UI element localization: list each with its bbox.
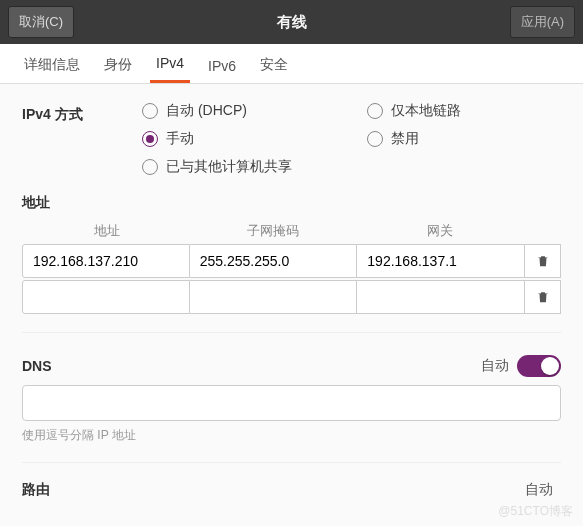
radio-label: 禁用: [391, 130, 419, 148]
watermark: @51CTO博客: [498, 503, 573, 520]
address-row: [22, 244, 561, 278]
col-netmask: 子网掩码: [190, 222, 356, 240]
radio-label: 自动 (DHCP): [166, 102, 247, 120]
radio-link-local[interactable]: 仅本地链路: [367, 102, 562, 120]
address-input[interactable]: [22, 244, 190, 278]
addresses-title: 地址: [22, 194, 561, 212]
delete-row-button[interactable]: [525, 244, 561, 278]
radio-label: 仅本地链路: [391, 102, 461, 120]
titlebar: 取消(C) 有线 应用(A): [0, 0, 583, 44]
gateway-input[interactable]: [357, 280, 525, 314]
gateway-input[interactable]: [357, 244, 525, 278]
dns-auto-label: 自动: [481, 357, 509, 375]
trash-icon: [536, 290, 550, 304]
window-title: 有线: [277, 13, 307, 32]
cancel-button[interactable]: 取消(C): [8, 6, 74, 38]
toggle-knob: [541, 357, 559, 375]
tab-security[interactable]: 安全: [254, 46, 294, 83]
radio-label: 手动: [166, 130, 194, 148]
dns-auto-toggle[interactable]: [517, 355, 561, 377]
dns-header-row: DNS 自动: [22, 355, 561, 377]
radio-icon: [142, 131, 158, 147]
radio-dhcp[interactable]: 自动 (DHCP): [142, 102, 337, 120]
radio-disabled[interactable]: 禁用: [367, 130, 562, 148]
trash-icon: [536, 254, 550, 268]
dns-input[interactable]: [22, 385, 561, 421]
tab-details[interactable]: 详细信息: [18, 46, 86, 83]
radio-label: 已与其他计算机共享: [166, 158, 292, 176]
route-title: 路由: [22, 481, 50, 499]
tabs: 详细信息 身份 IPv4 IPv6 安全: [0, 44, 583, 84]
tab-ipv4[interactable]: IPv4: [150, 45, 190, 83]
delete-row-button[interactable]: [525, 280, 561, 314]
separator: [22, 462, 561, 463]
route-header-row: 路由 自动: [22, 481, 561, 499]
netmask-input[interactable]: [190, 280, 358, 314]
ipv4-method-group: 自动 (DHCP) 仅本地链路 手动 禁用 已与其他计算机共享: [142, 102, 561, 176]
netmask-input[interactable]: [190, 244, 358, 278]
radio-icon: [142, 103, 158, 119]
col-address: 地址: [24, 222, 190, 240]
tab-identity[interactable]: 身份: [98, 46, 138, 83]
radio-icon: [142, 159, 158, 175]
address-input[interactable]: [22, 280, 190, 314]
dns-title: DNS: [22, 358, 52, 374]
tab-ipv6[interactable]: IPv6: [202, 48, 242, 83]
separator: [22, 332, 561, 333]
apply-button[interactable]: 应用(A): [510, 6, 575, 38]
radio-icon: [367, 131, 383, 147]
radio-manual[interactable]: 手动: [142, 130, 337, 148]
radio-icon: [367, 103, 383, 119]
address-row: [22, 280, 561, 314]
col-gateway: 网关: [357, 222, 523, 240]
route-auto-label: 自动: [525, 481, 553, 499]
ipv4-method-label: IPv4 方式: [22, 102, 142, 176]
addresses-header: 地址 子网掩码 网关: [22, 222, 561, 240]
radio-shared[interactable]: 已与其他计算机共享: [142, 158, 561, 176]
content-area: IPv4 方式 自动 (DHCP) 仅本地链路 手动 禁用 已与其他计算机共享: [0, 84, 583, 526]
dns-hint: 使用逗号分隔 IP 地址: [22, 427, 561, 444]
